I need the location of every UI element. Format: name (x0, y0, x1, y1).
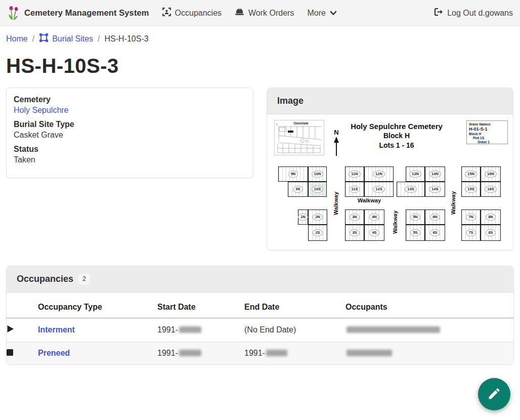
redacted-text (179, 350, 201, 356)
breadcrumb-burial-sites[interactable]: Burial Sites (39, 33, 93, 45)
plot-cell-label: 15S (465, 186, 476, 193)
burial-site-details-card: Cemetery Holy Sepulchre Burial Site Type… (6, 88, 253, 178)
plot-cell: 8S (481, 225, 501, 241)
page-title: HS-H-10S-3 (0, 51, 520, 88)
plot-cell: 7N (461, 209, 481, 225)
pencil-icon (487, 387, 501, 402)
logout-button[interactable]: Log Out d.gowans (434, 8, 513, 18)
nav-item-more[interactable]: More (307, 9, 336, 18)
plot-cell-label: 12S (373, 186, 384, 193)
field-label: Burial Site Type (14, 120, 246, 129)
app-brand: Cemetery Management System (7, 4, 149, 22)
nav-item-work-orders[interactable]: Work Orders (235, 8, 294, 18)
plot-cell: 6S (425, 225, 445, 241)
field-cemetery: Cemetery Holy Sepulchre (14, 95, 246, 115)
plot-cell: 15N (461, 166, 481, 182)
plot-cell: 1N (298, 209, 308, 225)
image-card: Image Overview (267, 88, 513, 250)
plot-cell-label: 7N (466, 214, 476, 221)
plot-cell: 13S (397, 182, 425, 197)
field-status: Status Taken (14, 145, 246, 164)
plot-cell-label: 9S (293, 186, 302, 193)
plot-cell-label: 15N (465, 171, 477, 178)
plot-cell-label: 8N (486, 214, 496, 221)
breadcrumb-home[interactable]: Home (6, 34, 28, 44)
grave-names-legend: Grave Names: H-01-S-1 Block H Plot 1S Gr… (466, 120, 508, 144)
cemetery-link[interactable]: Holy Sepulchre (14, 106, 246, 115)
flower-logo-icon (7, 4, 20, 22)
plot-cell-label: 6N (430, 214, 440, 221)
field-burial-site-type: Burial Site Type Casket Grave (14, 120, 246, 140)
play-icon (7, 326, 14, 334)
plot-cell-label: 3S (350, 229, 359, 236)
plot-cell-label: 11N (349, 171, 360, 178)
occupancy-type-link[interactable]: Interment (38, 325, 75, 334)
field-label: Status (14, 145, 246, 154)
table-header-row: Occupancy Type Start Date End Date Occup… (7, 292, 513, 318)
end-date-cell: (No End Date) (244, 318, 345, 342)
plot-cell-label: 16S (485, 186, 496, 193)
redacted-text (179, 326, 201, 333)
plot-cell-label: 6S (430, 229, 440, 236)
occupancies-header: Occupancies 2 (7, 266, 513, 292)
plot-cell-label: 4S (369, 229, 379, 236)
breadcrumb: Home / Burial Sites / HS-H-10S-3 (0, 26, 520, 51)
occupancies-count-badge: 2 (78, 274, 90, 284)
legend-line: Grave Names: (469, 122, 505, 127)
plot-cell: 12N (364, 166, 394, 182)
occupancy-type-link[interactable]: Preneed (38, 349, 70, 357)
plot-cell-label: 8S (486, 229, 495, 236)
plot-cell: 5N (406, 209, 425, 225)
plot-cell-label: 12N (373, 171, 385, 178)
occupancies-title: Occupancies (17, 274, 73, 284)
plot-cell-label: 2N (313, 214, 323, 221)
col-occupants: Occupants (345, 292, 513, 318)
col-end-date: End Date (244, 292, 345, 318)
nav-item-label: Occupancies (175, 9, 222, 18)
edit-fab-button[interactable] (478, 378, 510, 410)
map-title-line: Holy Sepulchre Cemetery (346, 121, 447, 131)
occupancies-table: Occupancy Type Start Date End Date Occup… (7, 292, 513, 364)
plot-cell-label: 10S (312, 186, 323, 193)
plot-cell: 16N (481, 166, 501, 182)
redacted-text (346, 326, 440, 333)
plot-map-image: Overview (267, 114, 513, 250)
image-card-title: Image (277, 96, 304, 106)
plot-cell-label: 1N (298, 214, 308, 221)
occupants-cell (345, 342, 513, 365)
occupancy-row: Interment1991-(No End Date) (7, 318, 513, 342)
plot-cell: 3N (345, 209, 364, 225)
redacted-text (346, 350, 392, 356)
plot-cell: 14N (425, 166, 445, 182)
north-label: N (333, 129, 340, 136)
plot-cell-label: 14N (429, 171, 441, 178)
plot-cell: 8N (481, 209, 501, 225)
occupancy-row: Preneed1991-1991- (7, 342, 513, 365)
nav-item-occupancies[interactable]: Occupancies (162, 8, 222, 18)
plot-cell-label: 2S (313, 229, 322, 236)
legend-line: Grave 1 (469, 140, 505, 144)
stop-icon (7, 349, 13, 357)
plot-cell-label: 14S (429, 186, 441, 193)
map-title-line: Lots 1 - 16 (346, 141, 447, 150)
end-date-cell: 1991- (244, 342, 345, 365)
plot-cell: 2N (308, 209, 327, 225)
plot-cell: 5S (406, 225, 425, 241)
chevron-down-icon (330, 9, 337, 18)
plot-cell: 11N (345, 166, 364, 182)
legend-line: Block H (469, 132, 505, 136)
plot-cell: 13N (406, 166, 425, 182)
breadcrumb-separator: / (32, 34, 34, 44)
start-date-cell: 1991- (157, 318, 244, 342)
plot-cell: 4N (364, 209, 384, 225)
col-occupancy-type: Occupancy Type (38, 292, 157, 318)
legend-line: H-01-S-1 (469, 127, 505, 132)
nav-item-label: More (307, 9, 325, 18)
image-card-header: Image (267, 88, 513, 114)
field-value: Casket Grave (14, 131, 246, 140)
walkway-label: Walkway (333, 187, 339, 220)
plot-cell: 9S (288, 182, 308, 197)
walkway-label: Walkway (353, 197, 385, 203)
start-date-cell: 1991- (157, 342, 244, 365)
plot-cell: 10N (308, 166, 327, 182)
